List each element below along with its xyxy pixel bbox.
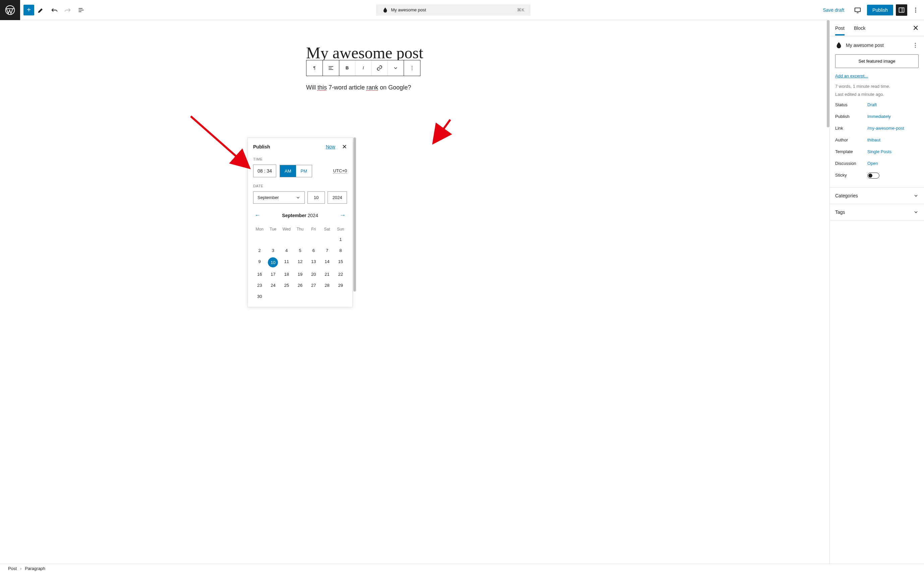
- document-overview-icon[interactable]: [74, 3, 88, 17]
- calendar-day[interactable]: 16: [253, 269, 266, 279]
- calendar-day[interactable]: 1: [334, 234, 347, 244]
- svg-point-5: [915, 11, 916, 13]
- more-menu-icon[interactable]: [910, 4, 921, 16]
- calendar-day[interactable]: 21: [320, 269, 333, 279]
- calendar-day[interactable]: 2: [253, 245, 266, 256]
- sidebar-post-title: My awesome post: [846, 42, 908, 48]
- paragraph-block[interactable]: Will this 7-word article rank on Google?: [306, 83, 521, 92]
- shortcut-hint: ⌘K: [517, 7, 524, 13]
- svg-line-10: [191, 116, 248, 166]
- calendar-day[interactable]: 5: [294, 245, 306, 256]
- calendar-day[interactable]: 4: [280, 245, 293, 256]
- calendar-day[interactable]: 7: [320, 245, 333, 256]
- italic-icon[interactable]: I: [355, 60, 372, 76]
- month-select[interactable]: September: [253, 191, 305, 204]
- now-link[interactable]: Now: [326, 144, 335, 149]
- calendar-day[interactable]: 28: [320, 280, 333, 291]
- tab-block[interactable]: Block: [854, 21, 865, 36]
- tab-post[interactable]: Post: [835, 21, 844, 36]
- svg-rect-1: [855, 8, 861, 11]
- time-section-label: TIME: [253, 157, 347, 161]
- calendar-day[interactable]: 24: [267, 280, 279, 291]
- calendar-day[interactable]: 10: [267, 256, 279, 268]
- chevron-down-icon: [913, 193, 919, 198]
- year-input[interactable]: 2024: [328, 191, 347, 204]
- calendar-day[interactable]: 15: [334, 256, 347, 268]
- calendar-day[interactable]: 6: [307, 245, 320, 256]
- set-featured-image-button[interactable]: Set featured image: [835, 54, 919, 68]
- redo-icon[interactable]: [61, 3, 74, 17]
- editor-scrollbar[interactable]: [827, 20, 830, 564]
- calendar-day[interactable]: 27: [307, 280, 320, 291]
- post-title[interactable]: My awesome post: [306, 44, 521, 62]
- calendar-day[interactable]: 26: [294, 280, 306, 291]
- paragraph-block-icon[interactable]: ¶: [306, 60, 323, 76]
- calendar-day[interactable]: 30: [253, 291, 266, 302]
- editor-canvas[interactable]: My awesome post ¶ B I: [0, 20, 827, 564]
- svg-point-6: [412, 66, 413, 66]
- link-icon[interactable]: [372, 60, 387, 76]
- settings-panel-toggle[interactable]: [896, 4, 907, 16]
- close-icon[interactable]: ✕: [342, 143, 347, 150]
- document-title-bar[interactable]: My awesome post ⌘K: [376, 4, 530, 16]
- close-sidebar-icon[interactable]: ✕: [913, 24, 919, 33]
- calendar-day[interactable]: 14: [320, 256, 333, 268]
- prev-month-icon[interactable]: ←: [253, 210, 262, 220]
- calendar-day[interactable]: 23: [253, 280, 266, 291]
- calendar-day[interactable]: 29: [334, 280, 347, 291]
- popover-scrollbar[interactable]: [353, 138, 356, 302]
- am-button[interactable]: AM: [280, 165, 296, 177]
- calendar-day[interactable]: 3: [267, 245, 279, 256]
- breadcrumb-item[interactable]: Paragraph: [25, 566, 45, 571]
- time-input[interactable]: 08 : 34: [253, 164, 276, 177]
- block-options-icon[interactable]: [404, 60, 420, 76]
- more-formatting-icon[interactable]: [387, 60, 404, 76]
- calendar-grid: MonTueWedThuFriSatSun1234567891011121314…: [253, 225, 347, 302]
- publish-value[interactable]: Immediately: [868, 114, 891, 119]
- add-block-button[interactable]: +: [24, 5, 34, 16]
- next-month-icon[interactable]: →: [338, 210, 347, 220]
- wp-logo[interactable]: [0, 0, 20, 20]
- sticky-toggle[interactable]: [868, 172, 879, 178]
- permalink-value[interactable]: /my-awesome-post: [868, 126, 904, 131]
- svg-point-15: [915, 47, 916, 48]
- calendar-day[interactable]: 18: [280, 269, 293, 279]
- categories-panel[interactable]: Categories: [830, 188, 924, 204]
- timezone-label[interactable]: UTC+0: [333, 168, 347, 174]
- calendar-day[interactable]: 13: [307, 256, 320, 268]
- pm-button[interactable]: PM: [296, 165, 312, 177]
- template-value[interactable]: Single Posts: [868, 149, 891, 154]
- breadcrumb-footer: Post › Paragraph: [0, 564, 924, 573]
- author-value[interactable]: thibaut: [868, 138, 880, 142]
- publish-button[interactable]: Publish: [867, 5, 893, 16]
- calendar-day[interactable]: 9: [253, 256, 266, 268]
- publish-row: Publish Immediately: [835, 111, 919, 122]
- day-input[interactable]: 10: [307, 191, 325, 204]
- calendar-day[interactable]: 22: [334, 269, 347, 279]
- document-title: My awesome post: [391, 7, 426, 13]
- calendar-day[interactable]: 12: [294, 256, 306, 268]
- pen-icon: [382, 7, 388, 13]
- edit-tool-icon[interactable]: [34, 3, 48, 17]
- calendar-day[interactable]: 25: [280, 280, 293, 291]
- calendar-day[interactable]: 20: [307, 269, 320, 279]
- post-actions-icon[interactable]: [912, 42, 919, 49]
- calendar-day[interactable]: 11: [280, 256, 293, 268]
- svg-point-13: [915, 43, 916, 44]
- undo-icon[interactable]: [48, 3, 61, 17]
- last-edited-text: Last edited a minute ago.: [835, 91, 919, 98]
- save-draft-button[interactable]: Save draft: [819, 5, 848, 16]
- discussion-value[interactable]: Open: [868, 161, 878, 166]
- calendar-dow: Wed: [280, 225, 293, 233]
- preview-icon[interactable]: [851, 3, 864, 17]
- popover-title: Publish: [253, 144, 270, 149]
- calendar-day[interactable]: 8: [334, 245, 347, 256]
- breadcrumb-item[interactable]: Post: [8, 566, 17, 571]
- align-icon[interactable]: [323, 60, 339, 76]
- tags-panel[interactable]: Tags: [830, 204, 924, 221]
- calendar-day[interactable]: 17: [267, 269, 279, 279]
- calendar-day[interactable]: 19: [294, 269, 306, 279]
- add-excerpt-link[interactable]: Add an excerpt...: [835, 74, 868, 78]
- status-value[interactable]: Draft: [868, 102, 877, 107]
- bold-icon[interactable]: B: [339, 60, 355, 76]
